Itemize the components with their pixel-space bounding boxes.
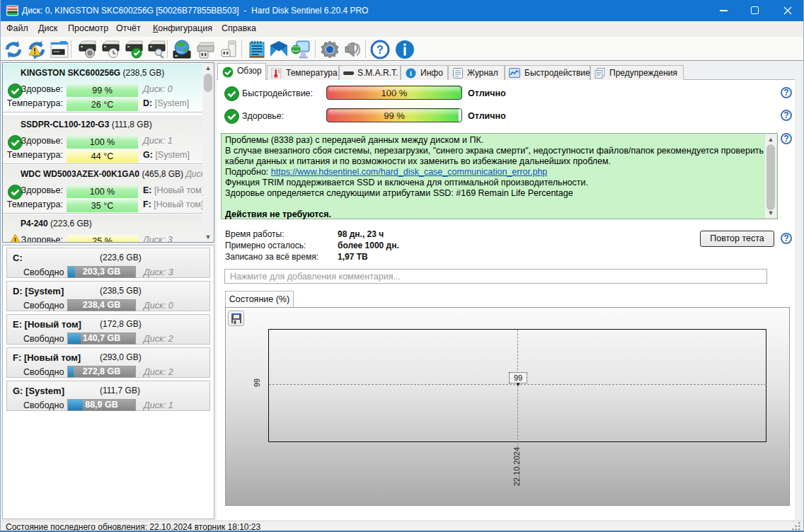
svg-text:?: ? xyxy=(377,44,384,56)
svg-text:i: i xyxy=(410,69,412,77)
